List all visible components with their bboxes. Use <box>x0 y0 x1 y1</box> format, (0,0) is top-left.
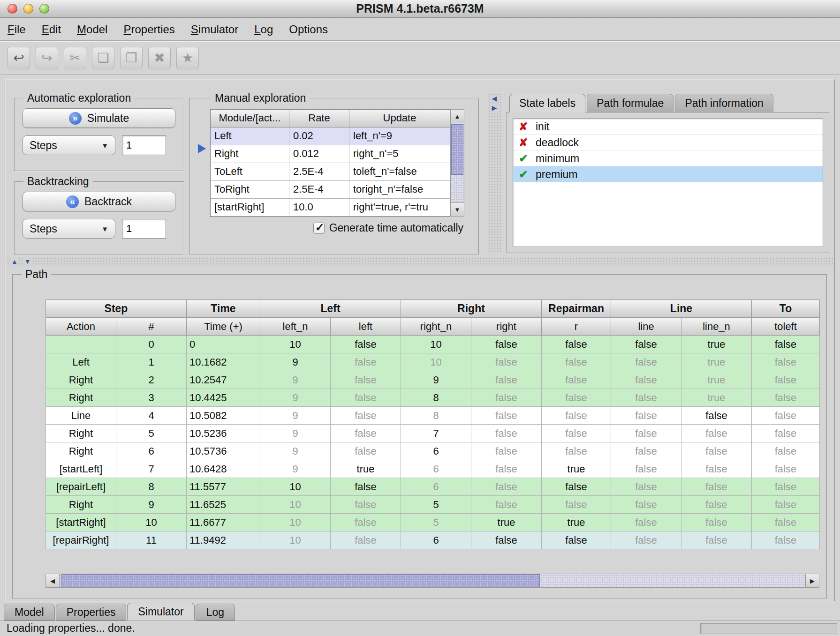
label-item-deadlock[interactable]: ✘deadlock <box>513 135 823 150</box>
path-column-header[interactable]: right_n <box>401 318 471 336</box>
toolbar-button-3[interactable]: ✂ <box>64 47 86 69</box>
path-cell: false <box>681 531 752 549</box>
path-row[interactable]: [startLeft]710.64289true6falsetruefalsef… <box>46 460 820 478</box>
path-column-header[interactable]: line <box>611 318 681 336</box>
label-item-minimum[interactable]: ✔minimum <box>513 150 823 166</box>
path-cell: true <box>542 460 611 478</box>
toolbar-button-6[interactable]: ✖ <box>148 47 171 69</box>
path-cell: false <box>611 460 681 478</box>
generate-time-checkbox[interactable]: ✓ <box>313 223 325 234</box>
path-cell: 10.2547 <box>187 371 260 389</box>
path-row[interactable]: Left110.16829false10falsefalsefalsetruef… <box>46 353 820 371</box>
tab-path-formulae[interactable]: Path formulae <box>587 94 674 112</box>
menu-item-file[interactable]: File <box>8 23 26 36</box>
toolbar-button-5[interactable]: ❐ <box>120 47 143 69</box>
path-row[interactable]: Right210.25479false9falsefalsefalsetruef… <box>46 371 820 389</box>
scroll-down-button[interactable]: ▼ <box>450 202 464 217</box>
manual-row[interactable]: [startRight]10.0right'=true, r'=tru <box>211 199 450 217</box>
path-column-header[interactable]: left <box>331 318 401 336</box>
path-cell: 10 <box>260 496 331 514</box>
bottom-tab-properties[interactable]: Properties <box>56 604 127 621</box>
manual-col-header[interactable]: Module/[act... <box>211 110 289 127</box>
up-arrow-icon: ▲ <box>454 113 461 120</box>
manual-table-vscrollbar[interactable]: ▲ ▼ <box>450 109 464 217</box>
path-row[interactable]: Line410.50829false8falsefalsefalsefalsef… <box>46 407 820 425</box>
titlebar[interactable]: PRISM 4.1.beta.r6673M <box>0 0 840 18</box>
label-item-premium[interactable]: ✔premium <box>513 166 823 182</box>
collapse-right-icon[interactable]: ▶ <box>491 104 498 112</box>
bottom-tab-log[interactable]: Log <box>196 604 235 621</box>
vertical-splitter[interactable]: ◀ ▶ <box>488 93 501 252</box>
path-cell: false <box>611 425 681 442</box>
path-row[interactable]: Right911.652510false5falsefalsefalsefals… <box>46 496 820 514</box>
collapse-down-icon[interactable]: ▼ <box>23 258 32 265</box>
path-cell: 10 <box>116 514 187 531</box>
chevron-down-icon: ▼ <box>101 225 108 233</box>
scrollbar-thumb[interactable] <box>61 574 540 587</box>
backtrack-steps-input[interactable] <box>122 219 166 239</box>
scroll-right-button[interactable]: ▶ <box>805 574 819 588</box>
backtrack-button[interactable]: « Backtrack <box>23 192 175 211</box>
path-row[interactable]: [repairRight]1111.949210false6falsefalse… <box>46 531 820 549</box>
toolbar-button-1[interactable]: ↩ <box>8 47 30 69</box>
manual-col-header[interactable]: Rate <box>289 110 349 127</box>
minimize-button[interactable] <box>23 4 33 14</box>
manual-cell: 0.012 <box>289 145 349 163</box>
tab-path-information[interactable]: Path information <box>675 94 773 112</box>
scroll-left-button[interactable]: ◀ <box>45 574 60 588</box>
backtrack-steps-dropdown[interactable]: Steps ▼ <box>23 219 115 239</box>
bottom-tab-simulator[interactable]: Simulator <box>127 603 194 621</box>
path-cell: false <box>331 442 401 460</box>
path-column-header[interactable]: toleft <box>752 318 820 336</box>
path-column-header[interactable]: line_n <box>681 318 752 336</box>
collapse-up-icon[interactable]: ▲ <box>10 258 19 265</box>
simulate-steps-input[interactable] <box>122 135 166 155</box>
horizontal-splitter[interactable]: ▲ ▼ <box>7 257 833 266</box>
menu-item-model[interactable]: Model <box>77 23 107 36</box>
menu-item-properties[interactable]: Properties <box>123 23 174 36</box>
bottom-tab-model[interactable]: Model <box>4 604 55 621</box>
collapse-left-icon[interactable]: ◀ <box>491 95 498 102</box>
toolbar-button-4[interactable]: ❏ <box>92 47 114 69</box>
scrollbar-track[interactable] <box>450 123 464 202</box>
path-column-header[interactable]: r <box>542 318 611 336</box>
path-cell: 2 <box>116 371 187 389</box>
path-cell: 10 <box>260 478 331 496</box>
tab-state-labels[interactable]: State labels <box>509 94 585 112</box>
path-cell: false <box>611 531 681 549</box>
menu-item-log[interactable]: Log <box>254 23 273 36</box>
menu-item-simulator[interactable]: Simulator <box>191 23 238 36</box>
path-hscrollbar[interactable]: ◀ ▶ <box>45 574 819 588</box>
path-row[interactable]: [repairLeft]811.557710false6falsefalsefa… <box>46 478 820 496</box>
scrollbar-thumb[interactable] <box>451 124 463 175</box>
path-column-header[interactable]: right <box>471 318 542 336</box>
manual-row[interactable]: Left0.02left_n'=9 <box>211 127 450 145</box>
menu-item-edit[interactable]: Edit <box>42 23 61 36</box>
path-row[interactable]: Right510.52369false7falsefalsefalsefalse… <box>46 425 820 442</box>
toolbar-button-2[interactable]: ↪ <box>36 47 58 69</box>
path-cell: false <box>752 371 820 389</box>
path-cell: 1 <box>116 353 187 371</box>
label-item-init[interactable]: ✘init <box>513 119 823 135</box>
scrollbar-track[interactable] <box>60 574 805 588</box>
path-column-header[interactable]: Time (+) <box>187 318 260 336</box>
path-column-header[interactable]: Action <box>46 318 116 336</box>
path-column-header[interactable]: # <box>116 318 187 336</box>
path-row[interactable]: 0010false10falsefalsefalsetruefalse <box>46 336 820 353</box>
simulate-button[interactable]: » Simulate <box>23 108 175 128</box>
menu-item-options[interactable]: Options <box>289 23 328 36</box>
manual-row[interactable]: Right0.012right_n'=5 <box>211 145 450 163</box>
manual-col-header[interactable]: Update <box>349 110 450 127</box>
manual-row[interactable]: ToRight2.5E-4toright_n'=false <box>211 181 450 199</box>
path-row[interactable]: Right610.57369false6falsefalsefalsefalse… <box>46 442 820 460</box>
manual-row[interactable]: ToLeft2.5E-4toleft_n'=false <box>211 163 450 181</box>
path-column-header[interactable]: left_n <box>260 318 331 336</box>
close-button[interactable] <box>8 4 17 14</box>
scroll-up-button[interactable]: ▲ <box>450 109 464 123</box>
simulate-steps-dropdown[interactable]: Steps ▼ <box>23 135 115 155</box>
path-row[interactable]: Right310.44259false8falsefalsefalsetruef… <box>46 389 820 407</box>
path-row[interactable]: [startRight]1011.667710false5truetruefal… <box>46 514 820 531</box>
toolbar-button-7[interactable]: ★ <box>176 47 199 69</box>
path-cell: 8 <box>401 407 471 425</box>
zoom-button[interactable] <box>39 4 49 14</box>
